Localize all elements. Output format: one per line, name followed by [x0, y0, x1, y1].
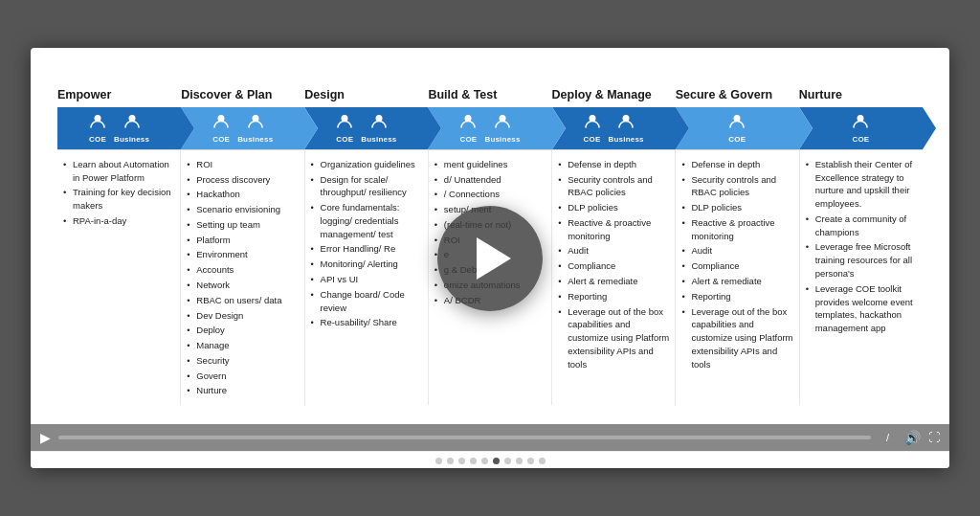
content-list-empower: Learn about Automation in Power Platform… — [63, 158, 174, 228]
list-item: Monitoring/ Alerting — [311, 258, 422, 271]
person-icon — [212, 113, 230, 130]
list-item: Defense in depth — [681, 158, 792, 171]
role-icons-deploy: COE Business — [584, 113, 644, 144]
play-button[interactable] — [437, 206, 543, 311]
list-item: d/ Unattended — [434, 173, 546, 187]
content-col-discover: ROIProcess discoveryHackathonScenario en… — [181, 150, 304, 405]
slide-dot-1[interactable] — [447, 458, 454, 464]
time-sep: / — [886, 432, 889, 443]
role-icons-nurture: COE — [852, 113, 869, 144]
arrow-segment-discover: COE Business — [181, 107, 304, 149]
phase-title-build: Build & Test — [428, 88, 551, 101]
fullscreen-icon[interactable]: ⛶ — [928, 431, 940, 444]
list-item: ment guidelines — [434, 158, 546, 171]
phase-label-design: Design — [304, 88, 428, 107]
list-item: Deploy — [187, 324, 298, 337]
role-label-business: Business — [114, 135, 149, 144]
phase-label-deploy: Deploy & Manage — [552, 88, 676, 107]
list-item: Leverage free Microsoft training resourc… — [806, 240, 917, 280]
content-col-design: Organization guidelinesDesign for scale/… — [305, 150, 429, 405]
role-label-business: Business — [609, 135, 644, 144]
role-icons-discover: COE Business — [212, 113, 273, 144]
slide-dot-8[interactable] — [527, 458, 534, 464]
phase-title-deploy: Deploy & Manage — [552, 88, 676, 101]
slide-dot-7[interactable] — [516, 458, 523, 464]
arrow-segment-deploy: COE Business — [552, 107, 676, 149]
list-item: Network — [187, 279, 298, 292]
list-item: Re-usability/ Share — [311, 316, 422, 329]
role-label-business: Business — [237, 135, 273, 144]
role-label-coe: COE — [728, 135, 746, 144]
role-chip-coe: COE — [584, 113, 601, 144]
role-chip-coe: COE — [728, 113, 746, 144]
arrow-segment-secure: COE — [676, 107, 799, 149]
list-item: Leverage out of the box capabilities and… — [558, 305, 669, 371]
list-item: DLP policies — [558, 201, 669, 214]
phase-label-discover: Discover & Plan — [181, 88, 304, 107]
list-item: Setting up team — [187, 218, 298, 232]
list-item: RBAC on users/ data — [187, 294, 298, 307]
list-item: Scenario envisioning — [187, 203, 298, 216]
list-item: Reporting — [558, 290, 669, 303]
person-icon — [728, 113, 746, 130]
list-item: RPA-in-a-day — [63, 214, 174, 228]
list-item: Reactive & proactive monitoring — [558, 216, 669, 243]
role-icons-empower: COE Business — [89, 113, 149, 144]
role-chip-business: Business — [484, 113, 520, 144]
list-item: Leverage out of the box capabilities and… — [681, 305, 792, 371]
slide-container: EmpowerDiscover & PlanDesignBuild & Test… — [31, 48, 949, 468]
person-icon — [123, 113, 141, 130]
slide-dot-3[interactable] — [470, 458, 477, 464]
role-chip-business: Business — [114, 113, 149, 144]
list-item: Reactive & proactive monitoring — [681, 216, 792, 243]
list-item: Govern — [187, 370, 298, 383]
list-item: Error Handling/ Re — [311, 242, 422, 256]
slide-dot-6[interactable] — [504, 458, 511, 464]
play-pause-button[interactable]: ▶ — [40, 430, 51, 445]
content-list-nurture: Establish their Center of Excellence str… — [806, 158, 917, 335]
list-item: Manage — [187, 339, 298, 352]
list-item: Design for scale/ throughput/ resiliency — [311, 173, 422, 200]
list-item: Alert & remediate — [681, 275, 792, 288]
content-col-nurture: Establish their Center of Excellence str… — [800, 150, 923, 405]
arrow-segment-nurture: COE — [799, 107, 923, 149]
list-item: API vs UI — [311, 273, 422, 286]
person-icon — [336, 113, 353, 130]
phase-title-nurture: Nurture — [799, 88, 923, 101]
list-item: ROI — [187, 158, 298, 171]
arrow-banner: COE Business COE Business COE Business C… — [57, 107, 923, 149]
list-item: Environment — [187, 248, 298, 261]
list-item: Core fundamentals: logging/ credentials … — [311, 201, 422, 240]
list-item: / Connections — [434, 188, 546, 201]
list-item: DLP policies — [681, 201, 792, 214]
progress-bar[interactable] — [58, 436, 871, 439]
person-icon — [617, 113, 635, 130]
list-item: Learn about Automation in Power Platform — [63, 158, 174, 185]
content-col-empower: Learn about Automation in Power Platform… — [57, 150, 181, 405]
role-label-business: Business — [484, 135, 520, 144]
list-item: Audit — [681, 244, 792, 258]
content-list-deploy: Defense in depthSecurity controls and RB… — [558, 158, 669, 370]
slide-dot-4[interactable] — [481, 458, 488, 464]
arrow-segment-empower: COE Business — [57, 107, 181, 149]
role-label-coe: COE — [584, 135, 601, 144]
slide-dot-5[interactable] — [493, 458, 500, 464]
slide-dot-0[interactable] — [435, 458, 442, 464]
person-icon — [584, 113, 601, 130]
role-chip-business: Business — [237, 113, 273, 144]
list-item: Create a community of champions — [806, 213, 917, 239]
role-chip-coe: COE — [852, 113, 869, 144]
list-item: Audit — [558, 244, 669, 258]
phase-label-empower: Empower — [57, 88, 181, 107]
phase-label-secure: Secure & Govern — [676, 88, 799, 107]
role-label-coe: COE — [89, 135, 106, 144]
list-item: Training for key decision makers — [63, 186, 174, 213]
arrow-segment-build: COE Business — [428, 107, 551, 149]
role-chip-coe: COE — [212, 113, 230, 144]
role-label-coe: COE — [852, 135, 869, 144]
volume-icon[interactable]: 🔊 — [904, 430, 921, 445]
slide-dot-9[interactable] — [539, 458, 546, 464]
person-icon — [459, 113, 477, 130]
play-triangle-icon — [477, 237, 511, 280]
slide-dot-2[interactable] — [458, 458, 465, 464]
